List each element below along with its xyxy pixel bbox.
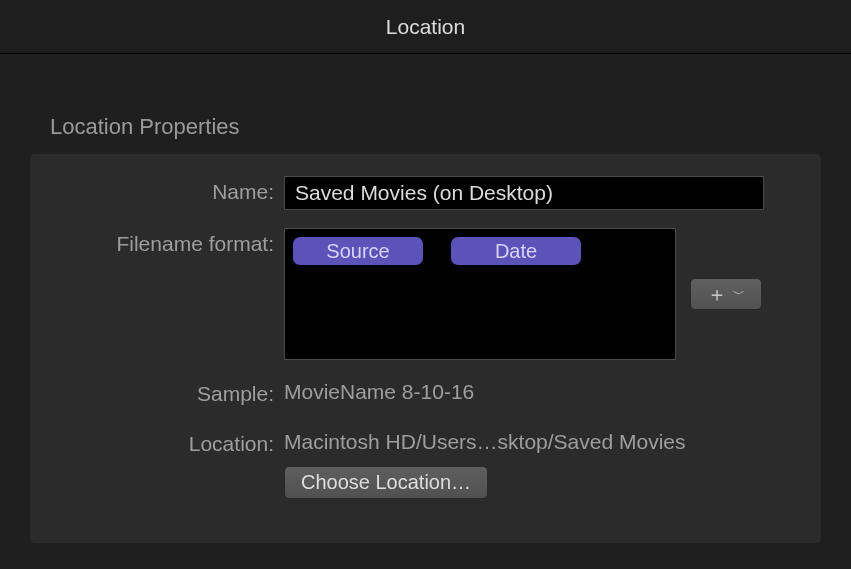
location-label: Location: xyxy=(56,428,284,456)
choose-location-button[interactable]: Choose Location… xyxy=(284,466,488,499)
row-choose: Choose Location… xyxy=(56,466,795,499)
row-name: Name: xyxy=(56,176,795,210)
row-sample: Sample: MovieName 8-10-16 xyxy=(56,378,795,406)
chevron-down-icon: ﹀ xyxy=(733,288,745,300)
titlebar: Location xyxy=(0,0,851,54)
name-label: Name: xyxy=(56,176,284,204)
filename-format-token-well[interactable]: Source Date xyxy=(284,228,676,360)
choose-spacer xyxy=(56,466,284,470)
section-title: Location Properties xyxy=(50,114,821,140)
name-input[interactable] xyxy=(284,176,764,210)
sample-label: Sample: xyxy=(56,378,284,406)
titlebar-title: Location xyxy=(386,15,465,39)
token-source[interactable]: Source xyxy=(293,237,423,265)
row-location: Location: Macintosh HD/Users…sktop/Saved… xyxy=(56,428,795,456)
plus-icon: ＋ xyxy=(707,284,727,304)
token-date[interactable]: Date xyxy=(451,237,581,265)
filename-format-label: Filename format: xyxy=(56,228,284,256)
location-value: Macintosh HD/Users…sktop/Saved Movies xyxy=(284,428,685,454)
row-filename-format: Filename format: Source Date ＋ ﹀ xyxy=(56,228,795,360)
add-token-button[interactable]: ＋ ﹀ xyxy=(690,278,762,310)
content-area: Location Properties Name: Filename forma… xyxy=(0,54,851,543)
sample-value: MovieName 8-10-16 xyxy=(284,378,474,404)
properties-panel: Name: Filename format: Source Date ＋ ﹀ S… xyxy=(30,154,821,543)
